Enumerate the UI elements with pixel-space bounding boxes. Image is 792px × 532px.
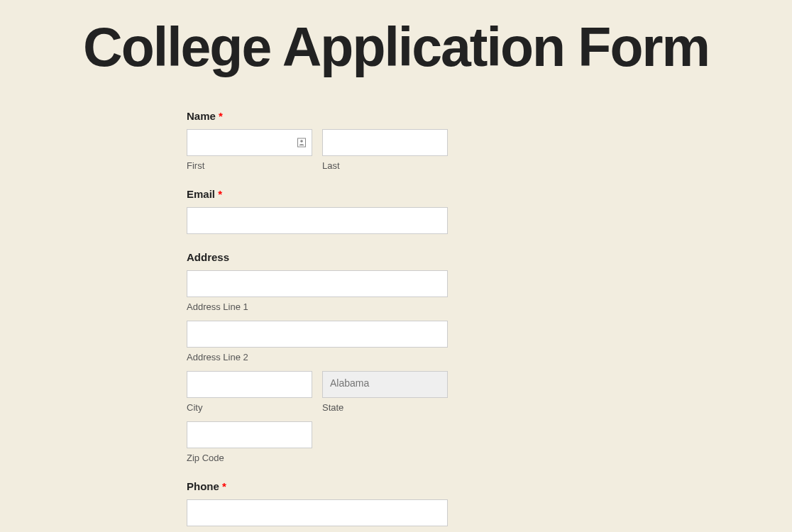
zip-input[interactable] bbox=[187, 421, 312, 448]
email-field-group: Email * bbox=[187, 188, 448, 234]
zip-sublabel: Zip Code bbox=[187, 453, 312, 463]
first-name-input[interactable] bbox=[187, 129, 312, 156]
email-input[interactable] bbox=[187, 207, 448, 234]
name-field-group: Name * First Las bbox=[187, 110, 448, 171]
address-label-text: Address bbox=[187, 251, 229, 263]
state-select[interactable]: Alabama bbox=[322, 371, 448, 398]
required-asterisk: * bbox=[219, 110, 223, 122]
address-field-group: Address Address Line 1 Address Line 2 Ci… bbox=[187, 251, 448, 463]
state-sublabel: State bbox=[322, 402, 448, 413]
application-form: Name * First Las bbox=[187, 110, 448, 526]
phone-label: Phone * bbox=[187, 480, 448, 492]
address-label: Address bbox=[187, 251, 448, 263]
name-label: Name * bbox=[187, 110, 448, 122]
email-label-text: Email bbox=[187, 188, 215, 200]
first-name-sublabel: First bbox=[187, 160, 312, 171]
page-title: College Application Form bbox=[0, 20, 792, 74]
phone-input[interactable] bbox=[187, 499, 448, 526]
city-input[interactable] bbox=[187, 371, 312, 398]
required-asterisk: * bbox=[222, 480, 226, 492]
address-line1-sublabel: Address Line 1 bbox=[187, 301, 448, 312]
last-name-input[interactable] bbox=[322, 129, 448, 156]
required-asterisk: * bbox=[218, 188, 222, 200]
address-line1-input[interactable] bbox=[187, 270, 448, 297]
address-line2-sublabel: Address Line 2 bbox=[187, 352, 448, 362]
name-label-text: Name bbox=[187, 110, 216, 122]
city-sublabel: City bbox=[187, 402, 312, 413]
address-line2-input[interactable] bbox=[187, 321, 448, 348]
last-name-sublabel: Last bbox=[322, 160, 448, 171]
phone-label-text: Phone bbox=[187, 480, 219, 492]
email-label: Email * bbox=[187, 188, 448, 200]
phone-field-group: Phone * bbox=[187, 480, 448, 526]
